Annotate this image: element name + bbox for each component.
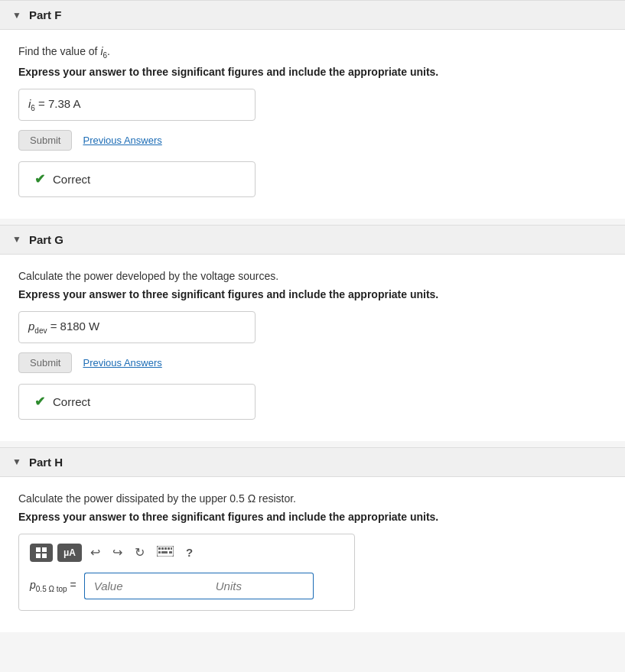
part-g-submit-row: Submit Previous Answers xyxy=(18,352,607,373)
redo-button[interactable]: ↪ xyxy=(109,544,126,561)
part-h-header: ▼ Part H xyxy=(0,447,625,477)
part-g-correct-box: ✔ Correct xyxy=(18,384,256,420)
svg-rect-1 xyxy=(42,547,47,552)
refresh-button[interactable]: ↻ xyxy=(131,544,148,561)
part-f-correct-label: Correct xyxy=(53,173,90,186)
part-h-toolbar: μA ↩ ↪ ↻ ? xyxy=(30,544,343,562)
svg-rect-7 xyxy=(164,547,167,550)
units-input[interactable] xyxy=(207,573,314,599)
part-g-body: Calculate the power developed by the vol… xyxy=(0,255,625,441)
part-g-instruction: Express your answer to three significant… xyxy=(18,288,607,300)
part-f-instruction: Express your answer to three significant… xyxy=(18,66,607,78)
part-f-header: ▼ Part F xyxy=(0,0,625,30)
part-g-collapse-arrow[interactable]: ▼ xyxy=(12,234,21,245)
svg-rect-5 xyxy=(158,547,161,550)
part-f-correct-box: ✔ Correct xyxy=(18,161,256,197)
part-h-instruction: Express your answer to three significant… xyxy=(18,511,607,523)
svg-rect-8 xyxy=(168,547,170,550)
part-f-prev-answers-link[interactable]: Previous Answers xyxy=(83,135,161,146)
part-h-var-label: p0.5 Ω top = xyxy=(30,579,76,593)
part-f-submit-button[interactable]: Submit xyxy=(18,130,72,151)
part-g-correct-label: Correct xyxy=(53,395,90,408)
part-g-submit-button[interactable]: Submit xyxy=(18,352,72,373)
svg-rect-12 xyxy=(169,551,172,554)
svg-rect-2 xyxy=(36,554,41,558)
keyboard-button[interactable] xyxy=(153,544,177,561)
part-f-title: Part F xyxy=(29,8,62,21)
part-h-question: Calculate the power dissipated by the up… xyxy=(18,492,607,505)
mu-button[interactable]: μA xyxy=(57,544,82,562)
part-f-question: Find the value of i6. xyxy=(18,45,607,60)
part-f-submit-row: Submit Previous Answers xyxy=(18,130,607,151)
part-g-header: ▼ Part G xyxy=(0,225,625,255)
svg-rect-6 xyxy=(161,547,164,550)
undo-button[interactable]: ↩ xyxy=(86,544,104,561)
part-g-prev-answers-link[interactable]: Previous Answers xyxy=(83,357,161,368)
part-g-title: Part G xyxy=(29,233,63,246)
part-f-checkmark-icon: ✔ xyxy=(34,171,45,187)
svg-rect-10 xyxy=(158,551,161,554)
part-g-answer-box: pdev = 8180 W xyxy=(18,311,256,343)
part-h-body: Calculate the power dissipated by the up… xyxy=(0,477,625,632)
svg-rect-0 xyxy=(36,547,41,552)
part-h-input-container: μA ↩ ↪ ↻ ? xyxy=(18,534,355,611)
value-units-row: p0.5 Ω top = xyxy=(30,573,343,599)
part-g-section: ▼ Part G Calculate the power developed b… xyxy=(0,225,625,441)
value-input[interactable] xyxy=(84,573,207,599)
part-h-section: ▼ Part H Calculate the power dissipated … xyxy=(0,447,625,632)
part-g-checkmark-icon: ✔ xyxy=(34,394,45,410)
part-g-question: Calculate the power developed by the vol… xyxy=(18,270,607,282)
svg-rect-3 xyxy=(42,554,47,558)
part-h-collapse-arrow[interactable]: ▼ xyxy=(12,456,21,467)
svg-rect-9 xyxy=(171,547,172,550)
help-button[interactable]: ? xyxy=(182,544,197,560)
svg-rect-11 xyxy=(161,551,168,554)
part-f-body: Find the value of i6. Express your answe… xyxy=(0,30,625,219)
grid-button[interactable] xyxy=(30,544,53,562)
part-f-section: ▼ Part F Find the value of i6. Express y… xyxy=(0,0,625,219)
part-f-collapse-arrow[interactable]: ▼ xyxy=(12,10,21,21)
part-h-title: Part H xyxy=(29,456,63,469)
part-f-answer-box: i6 = 7.38 A xyxy=(18,89,256,121)
